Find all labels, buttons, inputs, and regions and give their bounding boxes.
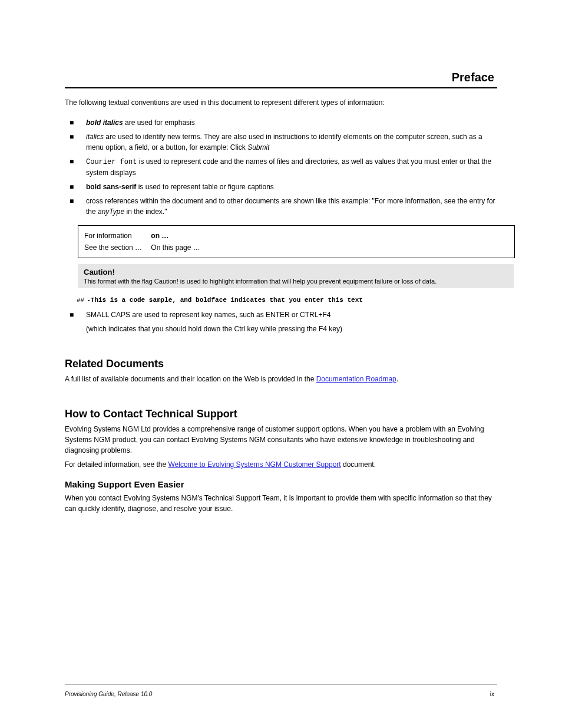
bullet-icon: ■ — [78, 156, 86, 167]
bullet-icon: ■ — [78, 131, 86, 142]
subsection-heading-easier: Making Support Even Easier — [65, 479, 497, 489]
intro-paragraph: The following textual conventions are us… — [65, 97, 497, 108]
bullet-icon: ■ — [78, 117, 86, 128]
header-rule — [65, 87, 497, 88]
support-sub-body: When you contact Evolving Systems NGM's … — [65, 493, 497, 514]
convention-label: bold italics — [86, 118, 123, 127]
convention-rest: is used to represent code and the names … — [86, 157, 491, 177]
caution-body: This format with the flag Caution! is us… — [84, 278, 508, 285]
doc-roadmap-link[interactable]: Documentation Roadmap — [316, 375, 396, 383]
for-info-text-1: on … — [151, 232, 168, 240]
key-combo-rest: are used to represent key names, such as — [130, 311, 266, 319]
related-docs-before: A full list of available documents and t… — [65, 375, 316, 383]
footer-page-number: ix — [490, 691, 494, 697]
for-info-label-2: See the section … — [84, 242, 149, 253]
related-docs-body: A full list of available documents and t… — [65, 374, 497, 384]
convention-rest: is used to represent table or figure cap… — [136, 183, 273, 191]
convention-rest2: in the index." — [124, 207, 167, 216]
convention-label: italics — [86, 133, 104, 141]
for-info-text-2: On this page … — [151, 243, 200, 252]
convention-item: ■ italics are used to identify new terms… — [78, 131, 497, 153]
welcome-support-link[interactable]: Welcome to Evolving Systems NGM Customer… — [168, 460, 340, 469]
caution-box: Caution! This format with the flag Cauti… — [78, 264, 514, 288]
main-content: The following textual conventions are us… — [65, 97, 497, 514]
footer-doc-title: Provisioning Guide, Release 10.0 — [65, 691, 152, 697]
bullet-icon: ■ — [78, 196, 86, 206]
support-p2-before: For detailed information, see the — [65, 460, 168, 469]
key-name-1: ENTER — [266, 311, 290, 319]
support-p1: Evolving Systems NGM Ltd provides a comp… — [65, 424, 497, 456]
footer-rule — [65, 684, 497, 684]
convention-label: Courier font — [86, 158, 137, 166]
key-combo-label: SMALL CAPS — [86, 311, 130, 319]
code-sample: ##-This is a code sample, and boldface i… — [75, 294, 497, 305]
section-heading-support: How to Contact Technical Support — [65, 408, 497, 420]
convention-rest: are used for emphasis — [123, 118, 195, 127]
convention-item: ■ cross references within the document a… — [78, 196, 497, 217]
convention-example: Submit — [247, 143, 269, 151]
code-bold: -This is a code sample, and boldface ind… — [87, 297, 363, 304]
caution-title: Caution! — [84, 268, 508, 276]
support-p2: For detailed information, see the Welcom… — [65, 459, 497, 470]
convention-item: ■ bold sans-serif is used to represent t… — [78, 182, 497, 192]
support-p2-after: document. — [341, 460, 376, 469]
code-prompt: ## — [77, 297, 84, 304]
convention-item: ■ bold italics are used for emphasis — [78, 117, 497, 128]
key-combo-mid: or — [290, 311, 300, 319]
key-name-2: CTRL+F4 — [300, 311, 330, 319]
convention-label: bold sans-serif — [86, 183, 136, 191]
related-docs-after: . — [396, 375, 398, 383]
convention-example: anyType — [98, 207, 124, 216]
bullet-icon: ■ — [78, 309, 86, 320]
convention-rest: are used to identify new terms. They are… — [86, 133, 482, 151]
section-heading-related-docs: Related Documents — [65, 358, 497, 370]
bullet-icon: ■ — [78, 182, 86, 192]
for-info-label-1: For information — [84, 230, 149, 241]
key-combo-line2: (which indicates that you should hold do… — [78, 324, 497, 334]
convention-item: ■ Courier font is used to represent code… — [78, 156, 497, 178]
key-combo-item: ■ SMALL CAPS are used to represent key n… — [65, 309, 497, 334]
page-header-title: Preface — [452, 71, 494, 84]
conventions-list: ■ bold italics are used for emphasis ■ i… — [65, 117, 497, 217]
for-info-box: For information on … See the section … O… — [78, 225, 515, 258]
